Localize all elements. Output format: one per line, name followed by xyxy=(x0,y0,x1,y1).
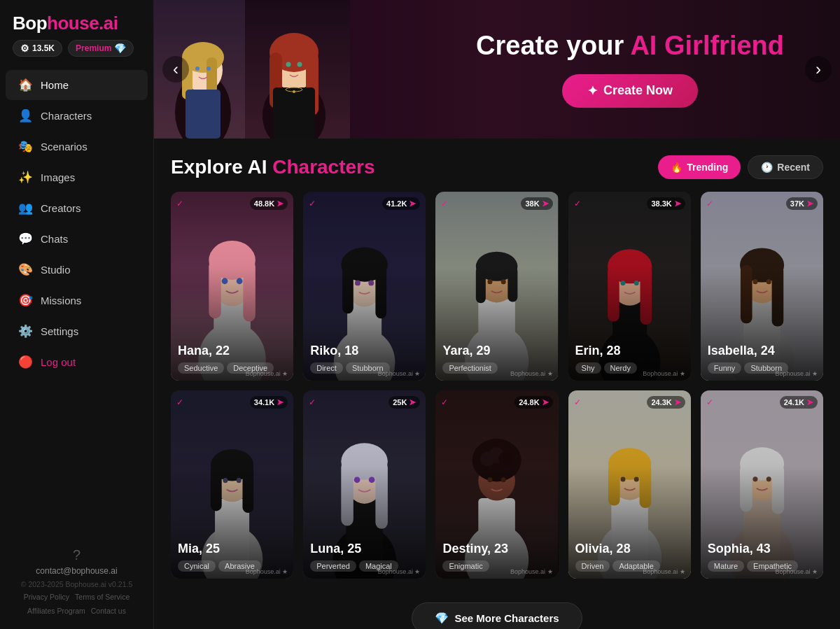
send-icon: ➤ xyxy=(542,199,549,209)
send-icon: ➤ xyxy=(674,199,681,209)
sidebar-item-chats[interactable]: 💬 Chats xyxy=(6,224,148,254)
see-more-button[interactable]: 💎 See More Characters xyxy=(412,602,582,629)
verified-icon: ✓ xyxy=(574,199,581,209)
explore-header: Explore AI Characters 🔥 Trending 🕐 Recen… xyxy=(171,155,823,179)
character-card-erin[interactable]: ✓ 38.3K ➤ Erin, 28 ShyNerdy Bophouse.ai … xyxy=(568,192,691,381)
character-tag: Perfectionist xyxy=(442,362,498,374)
verified-icon: ✓ xyxy=(309,397,316,407)
sidebar-item-characters[interactable]: 👤 Characters xyxy=(6,101,148,131)
character-name: Luna, 25 xyxy=(310,542,419,556)
character-tag: Mature xyxy=(708,560,744,572)
footer-contact-link[interactable]: Contact us xyxy=(91,607,126,615)
contact-email[interactable]: contact@bophouse.ai xyxy=(13,566,141,576)
character-card-mia[interactable]: ✓ 34.1K ➤ Mia, 25 CynicalAbrasive Bophou… xyxy=(171,390,293,579)
sidebar-item-home[interactable]: 🏠 Home xyxy=(6,70,148,100)
sparkle-icon: ✦ xyxy=(587,83,598,99)
sidebar-item-creators-label: Creators xyxy=(41,202,81,214)
character-stat: 34.1K ➤ xyxy=(250,396,288,409)
svg-rect-15 xyxy=(273,87,315,139)
logo[interactable]: Bophouse.ai xyxy=(13,13,141,34)
sidebar-item-settings[interactable]: ⚙️ Settings xyxy=(6,316,148,346)
verified-icon: ✓ xyxy=(574,397,581,407)
character-creator: Bophouse.ai ★ xyxy=(510,568,553,575)
character-card-sophia[interactable]: ✓ 24.1K ➤ Sophia, 43 MatureEmpathetic Bo… xyxy=(701,390,823,579)
character-card-hana[interactable]: ✓ 48.8K ➤ Hana, 22 SeductiveDeceptive Bo… xyxy=(171,192,293,381)
character-name: Sophia, 43 xyxy=(708,542,816,556)
main-content: Create your AI Girlfriend ✦ Create Now ‹… xyxy=(154,0,840,629)
sidebar-item-studio[interactable]: 🎨 Studio xyxy=(6,255,148,285)
sidebar-item-scenarios-label: Scenarios xyxy=(41,141,88,153)
sidebar-item-images[interactable]: ✨ Images xyxy=(6,162,148,192)
filter-recent-button[interactable]: 🕐 Recent xyxy=(748,155,823,179)
svg-point-8 xyxy=(206,66,211,71)
creators-icon: 👥 xyxy=(18,201,32,215)
character-card-isabella[interactable]: ✓ 37K ➤ Isabella, 24 FunnyStubborn Bopho… xyxy=(701,192,823,381)
character-stat: 25K ➤ xyxy=(388,396,420,409)
character-tag: Seductive xyxy=(178,362,224,374)
character-name: Erin, 28 xyxy=(575,344,684,358)
missions-icon: 🎯 xyxy=(18,293,32,308)
character-creator: Bophouse.ai ★ xyxy=(775,370,818,377)
premium-badge[interactable]: Premium 💎 xyxy=(68,40,134,57)
banner-title-pink: AI Girlfriend xyxy=(630,31,784,60)
character-name: Olivia, 28 xyxy=(575,542,684,556)
card-top: ✓ 37K ➤ xyxy=(701,197,823,210)
footer-terms-link[interactable]: Terms of Service xyxy=(75,593,130,601)
create-now-button[interactable]: ✦ Create Now xyxy=(562,74,698,108)
character-card-yara[interactable]: ✓ 38K ➤ Yara, 29 Perfectionist Bophouse.… xyxy=(435,192,558,381)
card-top: ✓ 24.3K ➤ xyxy=(568,396,691,409)
card-top: ✓ 48.8K ➤ xyxy=(171,197,293,210)
character-card-destiny[interactable]: ✓ 24.8K ➤ Destiny, 23 Enigmatic Bophouse… xyxy=(435,390,558,579)
character-tag: Funny xyxy=(708,362,742,374)
explore-filters: 🔥 Trending 🕐 Recent xyxy=(658,155,823,179)
character-card-olivia[interactable]: ✓ 24.3K ➤ Olivia, 28 DrivenAdaptable Bop… xyxy=(568,390,691,579)
followers-badge: ⚙ 13.5K xyxy=(13,40,62,57)
card-top: ✓ 38K ➤ xyxy=(435,197,558,210)
sidebar-item-creators[interactable]: 👥 Creators xyxy=(6,193,148,223)
diamond-icon: 💎 xyxy=(114,43,126,54)
footer-privacy-link[interactable]: Privacy Policy xyxy=(24,593,69,601)
character-creator: Bophouse.ai ★ xyxy=(246,568,288,575)
help-icon[interactable]: ? xyxy=(13,547,141,563)
card-top: ✓ 24.8K ➤ xyxy=(435,396,558,409)
sidebar-item-logout[interactable]: 🔴 Log out xyxy=(6,347,148,377)
sidebar-item-scenarios[interactable]: 🎭 Scenarios xyxy=(6,132,148,162)
filter-trending-button[interactable]: 🔥 Trending xyxy=(658,155,741,179)
character-card-riko[interactable]: ✓ 41.2K ➤ Riko, 18 DirectStubborn Bophou… xyxy=(303,192,426,381)
verified-icon: ✓ xyxy=(706,199,713,209)
character-name: Isabella, 24 xyxy=(708,344,816,358)
character-stat: 41.2K ➤ xyxy=(382,197,420,210)
character-tag: Perverted xyxy=(310,560,356,572)
sidebar-footer: ? contact@bophouse.ai © 2023-2025 Bophou… xyxy=(0,539,153,618)
character-creator: Bophouse.ai ★ xyxy=(246,370,288,377)
send-icon: ➤ xyxy=(674,397,681,407)
svg-rect-6 xyxy=(186,90,220,139)
character-tag: Direct xyxy=(310,362,343,374)
character-creator: Bophouse.ai ★ xyxy=(643,370,685,377)
character-creator: Bophouse.ai ★ xyxy=(378,568,421,575)
footer-affiliates-link[interactable]: Affiliates Program xyxy=(27,607,85,615)
character-card-luna[interactable]: ✓ 25K ➤ Luna, 25 PervertedMagical Bophou… xyxy=(303,390,426,579)
banner-prev-button[interactable]: ‹ xyxy=(162,56,189,83)
banner-next-button[interactable]: › xyxy=(805,56,832,83)
svg-point-7 xyxy=(195,66,200,71)
send-icon: ➤ xyxy=(542,397,549,407)
character-name: Hana, 22 xyxy=(178,344,286,358)
sidebar-item-missions[interactable]: 🎯 Missions xyxy=(6,285,148,316)
send-icon: ➤ xyxy=(806,199,813,209)
sidebar-item-settings-label: Settings xyxy=(41,325,78,337)
card-top: ✓ 41.2K ➤ xyxy=(303,197,426,210)
character-tag: Cynical xyxy=(178,560,216,572)
svg-point-17 xyxy=(298,62,302,67)
character-stat: 38K ➤ xyxy=(521,197,552,210)
card-top: ✓ 24.1K ➤ xyxy=(701,396,823,409)
character-stat: 24.3K ➤ xyxy=(647,396,685,409)
sidebar: Bophouse.ai ⚙ 13.5K Premium 💎 🏠 Home 👤 C… xyxy=(0,0,154,629)
sidebar-nav: 🏠 Home 👤 Characters 🎭 Scenarios ✨ Images… xyxy=(0,69,153,539)
verified-icon: ✓ xyxy=(176,397,183,407)
character-name: Mia, 25 xyxy=(178,542,286,556)
character-stat: 38.3K ➤ xyxy=(647,197,685,210)
character-stat: 37K ➤ xyxy=(786,197,818,210)
hero-banner: Create your AI Girlfriend ✦ Create Now ‹… xyxy=(154,0,840,139)
character-stat: 48.8K ➤ xyxy=(250,197,288,210)
